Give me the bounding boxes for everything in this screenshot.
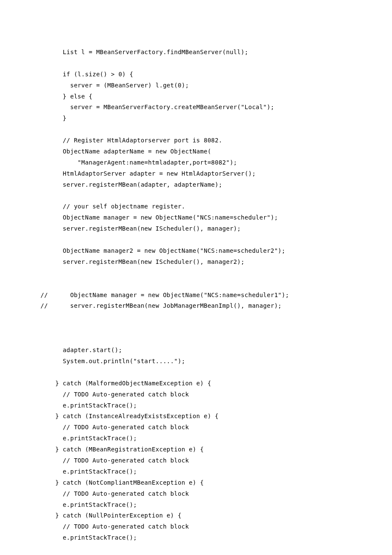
code-block: List l = MBeanServerFactory.findMBeanSer… [40, 47, 362, 543]
document-page: List l = MBeanServerFactory.findMBeanSer… [0, 0, 392, 555]
